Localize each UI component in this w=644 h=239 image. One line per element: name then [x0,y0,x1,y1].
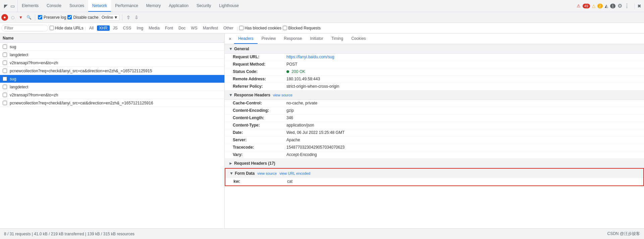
type-font[interactable]: Font [163,25,175,31]
request-name: sug [10,45,222,49]
general-section-title: General [234,47,249,51]
header-row-date: Date: Wed, 06 Jul 2022 15:25:48 GMT [225,129,644,137]
request-row[interactable]: pcnewcollection?req=check&fanyi_src=cat&… [0,99,224,107]
general-section-header[interactable]: ▼ General [225,44,644,54]
request-headers-section-header[interactable]: ► Request Headers (17) [225,159,644,168]
type-manifest[interactable]: Manifest [201,25,220,31]
sep3: | [85,26,86,30]
panel-tabs: × Headers Preview Response Initiator Tim… [225,33,644,44]
import-button[interactable]: ⇧ [125,14,132,21]
settings-icon[interactable]: ⚙ [618,3,622,9]
request-row[interactable]: v2transapi?from=en&to=zh [0,59,224,67]
hide-data-urls-label[interactable]: Hide data URLs [50,26,84,30]
header-val: no-cache, private [286,101,317,105]
header-val: Accept-Encoding [286,152,317,157]
type-all[interactable]: All [87,25,96,31]
header-key: Date: [233,130,286,135]
type-img[interactable]: Img [135,25,145,31]
close-panel-button[interactable]: × [226,36,234,42]
filter-input[interactable] [1,25,48,31]
type-other[interactable]: Other [221,25,235,31]
request-row[interactable]: pcnewcollection?req=check&fanyi_src=ca&d… [0,67,224,75]
panel-tab-timing[interactable]: Timing [327,33,347,44]
general-toggle-icon: ▼ [229,47,233,51]
blocked-requests-checkbox[interactable] [283,26,287,30]
header-val: application/json [286,123,314,128]
panel-tab-preview[interactable]: Preview [258,33,280,44]
has-blocked-checkbox[interactable] [239,26,244,30]
type-js[interactable]: JS [111,25,120,31]
form-data-view-source[interactable]: view source [257,171,277,175]
type-media[interactable]: Media [147,25,162,31]
form-data-view-url-encoded[interactable]: view URL encoded [279,171,310,175]
type-doc[interactable]: Doc [176,25,187,31]
hide-data-urls-checkbox[interactable] [50,26,54,30]
type-css[interactable]: CSS [121,25,133,31]
header-row-method: Request Method: POST [225,61,644,68]
hide-data-urls-text: Hide data URLs [55,26,84,30]
type-xhr[interactable]: XHR [97,25,109,31]
panel-tab-initiator[interactable]: Initiator [306,33,327,44]
blocked-requests-text: Blocked Requests [288,26,321,30]
tab-sources[interactable]: Sources [65,0,88,12]
header-key: Request Method: [233,62,286,67]
name-column-header: Name [3,36,14,41]
form-data-section-header[interactable]: ▼ Form Data view source view URL encoded [225,169,643,178]
disable-cache-checkbox[interactable] [67,15,72,19]
header-row-referrer: Referrer Policy: strict-origin-when-cros… [225,83,644,90]
tab-memory[interactable]: Memory [142,0,165,12]
request-row[interactable]: sug [0,43,224,51]
has-blocked-label[interactable]: Has blocked cookies [239,26,281,30]
tab-console[interactable]: Console [43,0,65,12]
request-checkbox[interactable] [3,61,7,65]
header-row-content-type: Content-Type: application/json [225,122,644,129]
response-headers-view-source[interactable]: view source [273,93,292,97]
export-button[interactable]: ⇩ [133,14,140,21]
form-data-toggle-icon: ▼ [229,171,233,176]
tab-lighthouse[interactable]: Lighthouse [215,0,243,12]
request-url-link[interactable]: https://fanyi.baidu.com/sug [286,55,334,59]
preserve-log-checkbox[interactable] [38,15,42,19]
request-row[interactable]: langdetect [0,83,224,91]
request-checkbox[interactable] [3,53,7,57]
request-checkbox[interactable] [3,69,7,73]
panel-tab-cookies[interactable]: Cookies [347,33,370,44]
request-checkbox[interactable] [3,93,7,97]
watermark: CSDN @汪步骏客 [607,231,640,237]
header-row-cache-control: Cache-Control: no-cache, private [225,100,644,107]
response-headers-section-header[interactable]: ▼ Response Headers view source [225,90,644,100]
request-row[interactable]: langdetect [0,51,224,59]
tab-elements[interactable]: Elements [18,0,43,12]
clear-button[interactable]: ◌ [9,14,16,21]
disable-cache-label[interactable]: Disable cache [67,15,98,20]
type-ws[interactable]: WS [189,25,199,31]
header-key: Content-Type: [233,123,286,128]
header-key: Remote Address: [233,77,286,81]
request-checkbox[interactable] [3,85,7,89]
tab-security[interactable]: Security [193,0,215,12]
more-icon[interactable]: ⋮ [624,3,630,9]
request-row[interactable]: v2transapi?from=en&to=zh [0,91,224,99]
sep2 [122,14,122,21]
header-row-remote: Remote Address: 180.101.49.58:443 [225,76,644,83]
collapse-icon[interactable]: ✖ [634,3,641,9]
header-key: Cache-Control: [233,101,286,105]
filter-toggle-button[interactable]: ▼ [17,14,24,21]
preserve-log-label[interactable]: Preserve log [38,15,66,20]
devtools-icons: ◤ ▭ [1,0,18,12]
record-button[interactable]: ● [1,14,8,21]
search-button[interactable]: 🔍 [25,14,32,21]
throttle-select[interactable]: Online ▼ [100,14,120,21]
request-checkbox[interactable] [3,45,7,49]
panel-tab-headers[interactable]: Headers [234,33,257,44]
request-row-selected[interactable]: sug [0,75,224,83]
device-icon[interactable]: ▭ [10,3,15,9]
inspect-icon[interactable]: ◤ [3,3,8,9]
panel-tab-response[interactable]: Response [280,33,306,44]
request-checkbox[interactable] [3,101,7,105]
request-checkbox[interactable] [3,77,7,81]
tab-network[interactable]: Network [88,0,111,12]
tab-performance[interactable]: Performance [111,0,142,12]
tab-application[interactable]: Application [165,0,193,12]
blocked-requests-label[interactable]: Blocked Requests [283,26,321,30]
